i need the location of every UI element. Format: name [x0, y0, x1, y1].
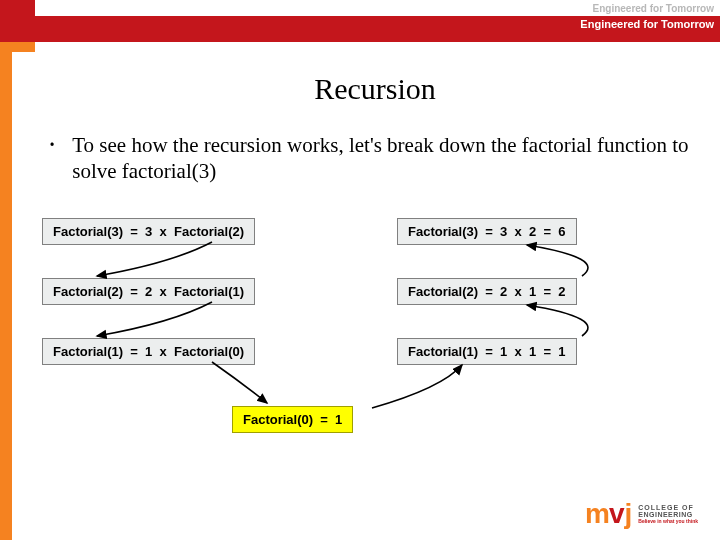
- box-fact2-result: Factorial(2) = 2 x 1 = 2: [397, 278, 577, 305]
- logo-letter-v: v: [609, 498, 625, 530]
- logo-line1: COLLEGE OF: [638, 504, 698, 511]
- box-fact3-result: Factorial(3) = 3 x 2 = 6: [397, 218, 577, 245]
- college-logo: mvj COLLEGE OF ENGINEERING Believe in wh…: [585, 498, 698, 530]
- arrows-svg: [42, 218, 682, 448]
- logo-letter-j: j: [624, 498, 632, 530]
- bullet-icon: •: [50, 138, 54, 185]
- sidebar-tab: [12, 42, 35, 52]
- sidebar-accent: [0, 0, 12, 540]
- logo-line3: Believe in what you think: [638, 519, 698, 524]
- logo-letter-m: m: [585, 498, 609, 530]
- tagline-ghost: Engineered for Tomorrow: [593, 3, 715, 14]
- recursion-diagram: Factorial(3) = 3 x Factorial(2) Factoria…: [42, 218, 682, 488]
- tagline: Engineered for Tomorrow: [580, 18, 714, 30]
- page-title: Recursion: [38, 72, 712, 106]
- box-fact3-expand: Factorial(3) = 3 x Factorial(2): [42, 218, 255, 245]
- box-fact1-expand: Factorial(1) = 1 x Factorial(0): [42, 338, 255, 365]
- logo-line2: ENGINEERING: [638, 511, 698, 518]
- body-paragraph: To see how the recursion works, let's br…: [72, 132, 702, 185]
- box-fact1-result: Factorial(1) = 1 x 1 = 1: [397, 338, 577, 365]
- header-corner: [0, 0, 35, 42]
- box-fact0-base: Factorial(0) = 1: [232, 406, 353, 433]
- logo-text: COLLEGE OF ENGINEERING Believe in what y…: [638, 504, 698, 524]
- body-text: • To see how the recursion works, let's …: [38, 132, 712, 185]
- box-fact2-expand: Factorial(2) = 2 x Factorial(1): [42, 278, 255, 305]
